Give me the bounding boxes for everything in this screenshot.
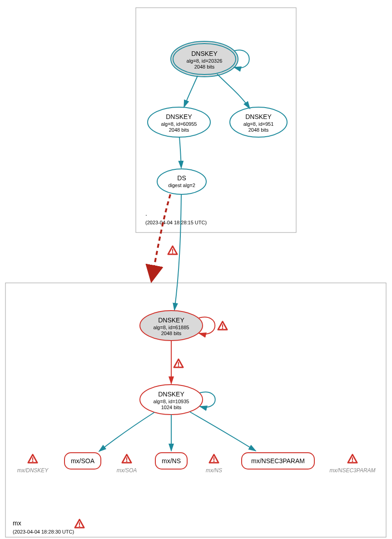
- svg-text:mx/SOA: mx/SOA: [117, 467, 137, 474]
- rr-mx-nsec3param: mx/NSEC3PARAM: [242, 453, 314, 469]
- svg-text:2048 bits: 2048 bits: [248, 127, 269, 133]
- warn-mx-soa: mx/SOA: [117, 455, 137, 474]
- svg-text:DNSKEY: DNSKEY: [245, 113, 272, 120]
- edge-ksk-zsk2: [217, 74, 250, 109]
- svg-text:DNSKEY: DNSKEY: [158, 316, 184, 324]
- svg-text:mx/NS: mx/NS: [206, 467, 222, 474]
- svg-point-17: [157, 169, 206, 194]
- svg-text:mx/NSEC3PARAM: mx/NSEC3PARAM: [329, 467, 375, 474]
- svg-text:mx/SOA: mx/SOA: [71, 457, 95, 465]
- svg-text:mx/NS: mx/NS: [162, 457, 181, 465]
- node-root-ds: DS digest alg=2: [157, 169, 206, 194]
- node-root-zsk-60955: DNSKEY alg=8, id=60955 2048 bits: [148, 107, 210, 137]
- warn-mx-dnskey: mx/DNSKEY: [17, 455, 49, 474]
- svg-text:DNSKEY: DNSKEY: [166, 113, 192, 120]
- zone-mx-label: mx: [13, 519, 21, 527]
- svg-text:1024 bits: 1024 bits: [161, 405, 182, 410]
- dnssec-diagram: . (2023-04-04 18:28:15 UTC) mx (2023-04-…: [0, 0, 392, 539]
- svg-text:mx/DNSKEY: mx/DNSKEY: [17, 467, 49, 474]
- svg-text:alg=8, id=10935: alg=8, id=10935: [154, 399, 189, 404]
- edge-zsk1-ds: [179, 137, 181, 168]
- svg-text:alg=8, id=60955: alg=8, id=60955: [161, 121, 197, 127]
- svg-text:2048 bits: 2048 bits: [161, 331, 182, 336]
- svg-text:DNSKEY: DNSKEY: [191, 50, 218, 57]
- node-mx-zsk: DNSKEY alg=8, id=10935 1024 bits: [140, 385, 203, 415]
- svg-text:DS: DS: [177, 174, 186, 182]
- rr-mx-soa: mx/SOA: [65, 453, 101, 469]
- edge-delegation-warn: [153, 194, 170, 272]
- svg-text:alg=8, id=20326: alg=8, id=20326: [187, 58, 223, 64]
- svg-text:alg=8, id=61885: alg=8, id=61885: [154, 325, 189, 330]
- edge-ksk-zsk1: [184, 76, 198, 107]
- warning-icon: [168, 246, 177, 254]
- svg-text:alg=8, id=951: alg=8, id=951: [243, 121, 274, 127]
- node-root-zsk-951: DNSKEY alg=8, id=951 2048 bits: [230, 107, 287, 137]
- warning-icon: [75, 519, 84, 528]
- svg-text:digest alg=2: digest alg=2: [168, 183, 195, 188]
- zone-mx-timestamp: (2023-04-04 18:28:30 UTC): [13, 529, 74, 534]
- node-root-ksk: DNSKEY alg=8, id=20326 2048 bits: [171, 41, 238, 77]
- node-mx-ksk: DNSKEY alg=8, id=61885 2048 bits: [140, 311, 203, 341]
- zone-root-timestamp: (2023-04-04 18:28:15 UTC): [145, 220, 207, 225]
- warning-icon: [174, 359, 183, 367]
- svg-text:mx/NSEC3PARAM: mx/NSEC3PARAM: [251, 457, 305, 465]
- edge-zsk-soa: [99, 412, 154, 451]
- warn-mx-nsec3: mx/NSEC3PARAM: [329, 455, 375, 474]
- zone-root-label: .: [145, 210, 147, 217]
- svg-text:2048 bits: 2048 bits: [194, 64, 215, 69]
- rr-mx-ns: mx/NS: [155, 453, 187, 469]
- warn-mx-ns: mx/NS: [206, 455, 222, 474]
- svg-text:2048 bits: 2048 bits: [169, 127, 189, 133]
- warning-icon: [218, 321, 227, 330]
- edge-zsk-nsec3: [190, 412, 256, 451]
- svg-text:DNSKEY: DNSKEY: [158, 391, 184, 398]
